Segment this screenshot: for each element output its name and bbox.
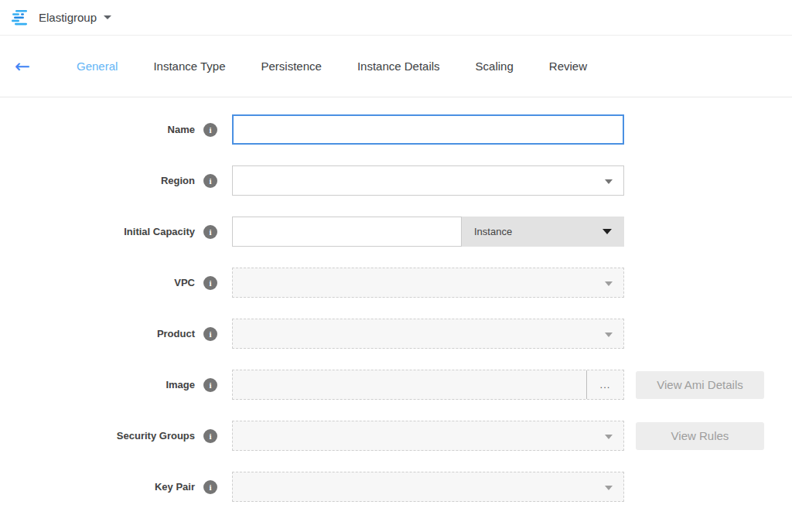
chevron-down-icon [603,229,612,234]
tab-general[interactable]: General [59,36,135,97]
tab-instance-type[interactable]: Instance Type [135,36,243,97]
capacity-unit-select[interactable]: Instance [462,217,624,247]
chevron-down-icon [605,486,613,490]
key-pair-select [232,472,624,502]
field-row-product: Product i [0,319,792,349]
product-select [232,319,624,349]
image-browse-button: ... [586,370,623,399]
info-icon[interactable]: i [203,225,217,239]
vpc-label: VPC [0,277,195,288]
field-row-name: Name i [0,114,792,145]
initial-capacity-input[interactable] [232,217,462,247]
field-row-initial-capacity: Initial Capacity i Instance [0,217,792,247]
capacity-unit-value: Instance [474,226,512,237]
back-button[interactable]: ← [9,53,36,80]
security-groups-select [232,421,624,451]
chevron-down-icon [605,332,613,337]
back-arrow-icon: ← [15,56,30,77]
region-select[interactable] [232,165,624,196]
field-row-key-pair: Key Pair i [0,472,792,502]
info-icon[interactable]: i [203,123,217,137]
tab-scaling[interactable]: Scaling [458,36,531,97]
region-label: Region [0,175,195,186]
view-rules-button: View Rules [636,422,764,450]
elastigroup-logo-icon [11,9,31,26]
product-label: Product [0,328,195,339]
app-name: Elastigroup [39,11,97,24]
tab-persistence[interactable]: Persistence [244,36,340,97]
wizard-tabs: General Instance Type Persistence Instan… [59,36,605,97]
vpc-select [232,268,624,298]
app-header: Elastigroup [0,0,792,36]
field-row-vpc: VPC i [0,268,792,298]
general-settings-form: Name i Region i Initial Capacity i Insta… [0,97,792,502]
tab-instance-details[interactable]: Instance Details [340,36,458,97]
chevron-down-icon [104,15,111,19]
info-icon[interactable]: i [203,378,217,392]
field-row-image: Image i ... View Ami Details [0,370,792,400]
image-input: ... [232,370,624,400]
key-pair-label: Key Pair [0,481,195,493]
initial-capacity-label: Initial Capacity [0,226,195,237]
security-groups-label: Security Groups [0,430,195,442]
chevron-down-icon [605,435,613,439]
app-switcher[interactable]: Elastigroup [11,9,111,26]
info-icon[interactable]: i [203,174,217,188]
info-icon[interactable]: i [203,276,217,290]
view-ami-details-button: View Ami Details [636,371,764,399]
tab-review[interactable]: Review [531,36,605,97]
name-label: Name [0,124,195,135]
name-input[interactable] [232,114,624,145]
field-row-security-groups: Security Groups i View Rules [0,421,792,451]
info-icon[interactable]: i [203,327,217,341]
chevron-down-icon [605,179,613,184]
info-icon[interactable]: i [203,429,217,443]
field-row-region: Region i [0,165,792,196]
image-label: Image [0,379,195,390]
wizard-tabbar: ← General Instance Type Persistence Inst… [0,36,792,97]
chevron-down-icon [605,281,613,286]
info-icon[interactable]: i [203,480,217,494]
